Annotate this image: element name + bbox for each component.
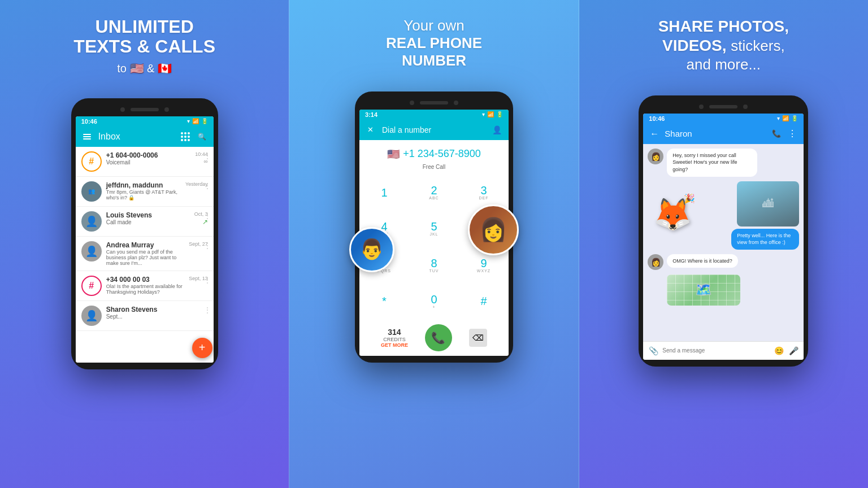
phone-camera-2 [164, 107, 169, 112]
inbox-item-voicemail[interactable]: # +1 604-000-0006 Voicemail 10:44 ∞ ⋮ [76, 147, 214, 177]
avatar-voicemail: # [81, 151, 102, 172]
phone-frame-inbox: 10:46 ▾ 📶 🔋 Inbox [71, 98, 218, 369]
message-map: 👩 🗺️ [648, 274, 799, 306]
emoji-icon[interactable]: 😊 [773, 345, 784, 356]
call-icon[interactable]: 📞 [771, 128, 782, 140]
more-icon[interactable]: ⋮ [203, 151, 211, 160]
panel3-headline: SHARE PHOTOS, VIDEOS, stickers, and more… [658, 17, 789, 74]
grid-button[interactable] [180, 131, 191, 142]
dial-key-star[interactable]: * [359, 283, 409, 319]
dial-key-5[interactable]: 5JKL [409, 211, 459, 247]
wifi-icon-3: ▾ [777, 115, 780, 121]
phone-camera-6 [743, 104, 748, 109]
panel-unlimited-texts: UNLIMITED TEXTS & CALLS to 🇺🇸 & 🇨🇦 10:46… [0, 0, 289, 488]
message-outgoing-area: 🦊 🎉 🏙 Pretty well... Here is the view fr… [648, 181, 799, 250]
phone-speaker-2 [420, 101, 448, 104]
phone-frame-dialer: 3:14 ▾ 📶 🔋 ✕ Dial a number 👤 🇺🇸 +1 234-5… [355, 91, 513, 363]
call-button[interactable]: 📞 [425, 324, 452, 351]
free-call-label: Free Call [359, 164, 509, 175]
more-vert-icon[interactable]: ⋮ [787, 128, 798, 140]
panel-phone-number: Your own REAL PHONE NUMBER 3:14 ▾ 📶 🔋 ✕ … [289, 0, 579, 488]
floating-person-woman: 👩 [468, 204, 519, 255]
avatar-spain: # [81, 276, 102, 296]
inbox-list: # +1 604-000-0006 Voicemail 10:44 ∞ ⋮ [76, 147, 214, 363]
mic-icon[interactable]: 🎤 [788, 345, 799, 356]
avatar-group: 👥 [81, 181, 102, 202]
signal-icon-2: 📶 [487, 111, 494, 117]
more-icon-2[interactable]: ⋮ [203, 181, 211, 190]
phone-speaker-3 [709, 105, 737, 108]
dial-key-8[interactable]: 8TUV [409, 247, 459, 283]
chat-input-bar: 📎 😊 🎤 [643, 341, 804, 360]
inbox-item-louis[interactable]: 👤 Louis Stevens Call made Oct, 3 ↗ ⋮ [76, 207, 214, 237]
phone-speaker [131, 108, 159, 111]
avatar-sharon-s: 👤 [81, 306, 102, 326]
contact-name: Sharon [665, 129, 766, 138]
fab-compose[interactable]: + [192, 338, 212, 358]
panel-share-photos: SHARE PHOTOS, VIDEOS, stickers, and more… [579, 0, 868, 488]
message-input[interactable] [662, 347, 770, 354]
battery-icon-3: 🔋 [791, 115, 798, 121]
avatar-andrea: 👤 [81, 241, 102, 262]
inbox-screen: 10:46 ▾ 📶 🔋 Inbox [76, 116, 214, 363]
search-icon[interactable]: 🔍 [197, 131, 208, 142]
contact-icon[interactable]: 👤 [492, 124, 503, 136]
attachment-icon[interactable]: 📎 [648, 345, 659, 356]
signal-icon-3: 📶 [782, 115, 789, 121]
menu-icon[interactable] [81, 131, 93, 142]
more-icon-6[interactable]: ⋮ [203, 306, 211, 315]
more-icon-3[interactable]: ⋮ [203, 211, 211, 220]
phone-frame-chat: 10:46 ▾ 📶 🔋 ← Sharon 📞 ⋮ 👩 Hey, sorry I … [639, 95, 808, 367]
dial-key-0[interactable]: 0+ [409, 283, 459, 319]
more-icon-5[interactable]: ⋮ [203, 276, 211, 285]
dialed-number: 🇺🇸 +1 234-567-8900 [365, 148, 503, 160]
floating-person-man: 👨 [349, 227, 394, 272]
inbox-app-bar: Inbox 🔍 [76, 127, 214, 147]
dial-footer: 314 CREDITS GET MORE 📞 ⌫ [359, 320, 509, 356]
phone-camera-4 [454, 101, 458, 105]
msg-avatar-sharon: 👩 [648, 149, 663, 164]
inbox-item-spain[interactable]: # +34 000 00 03 Ola! Is the apartment av… [76, 271, 214, 301]
chat-app-bar: ← Sharon 📞 ⋮ [643, 124, 804, 144]
battery-icon: 🔋 [201, 118, 208, 124]
signal-icon: 📶 [192, 118, 199, 124]
chat-screen: 10:46 ▾ 📶 🔋 ← Sharon 📞 ⋮ 👩 Hey, sorry I … [643, 114, 804, 360]
status-bar: 10:46 ▾ 📶 🔋 [76, 116, 214, 127]
inbox-content-voicemail: +1 604-000-0006 Voicemail [106, 151, 190, 165]
inbox-item-group[interactable]: 👥 jeffdnn, maddunn Tmr 8pm, Giants @ AT&… [76, 177, 214, 207]
number-display: 🇺🇸 +1 234-567-8900 [359, 140, 509, 164]
status-bar-3: 10:46 ▾ 📶 🔋 [643, 114, 804, 124]
msg-bubble-1: Hey, sorry I missed your call Sweetie! H… [667, 149, 757, 177]
panel1-headline: UNLIMITED TEXTS & CALLS to 🇺🇸 & 🇨🇦 [73, 17, 215, 77]
map-preview[interactable]: 🗺️ [667, 274, 740, 306]
inbox-title: Inbox [98, 132, 174, 142]
panel2-headline: Your own REAL PHONE NUMBER [386, 17, 482, 70]
status-bar-2: 3:14 ▾ 📶 🔋 [359, 110, 509, 120]
wifi-icon-2: ▾ [482, 111, 485, 117]
dial-key-hash[interactable]: # [459, 283, 509, 319]
inbox-item-andrea[interactable]: 👤 Andrea Murray Can you send me a pdf of… [76, 237, 214, 271]
phone-camera-5 [699, 104, 704, 109]
wifi-icon: ▾ [187, 118, 190, 124]
msg-avatar-sharon-2: 👩 [648, 254, 663, 270]
chat-messages: 👩 Hey, sorry I missed your call Sweetie!… [643, 144, 804, 341]
dial-header: ✕ Dial a number 👤 [359, 120, 509, 140]
backspace-button[interactable]: ⌫ [469, 329, 487, 347]
phone-camera [120, 107, 125, 112]
message-incoming-2: 👩 OMG! Where is it located? [648, 254, 799, 270]
msg-bubble-caption: Pretty well... Here is the view from the… [731, 229, 799, 250]
avatar-louis: 👤 [81, 211, 102, 232]
shared-photo: 🏙 [737, 181, 799, 226]
sticker: 🦊 🎉 [653, 196, 692, 233]
more-icon-4[interactable]: ⋮ [203, 241, 211, 250]
dial-placeholder: Dial a number [382, 125, 486, 134]
inbox-item-sharon-s[interactable]: 👤 Sharon Stevens Sept... ⋮ [76, 301, 214, 331]
battery-icon-2: 🔋 [496, 111, 503, 117]
dial-key-1[interactable]: 1 [359, 175, 409, 211]
credits-display: 314 CREDITS GET MORE [381, 328, 408, 348]
msg-bubble-2: OMG! Where is it located? [667, 254, 738, 268]
close-dial-icon[interactable]: ✕ [365, 124, 376, 136]
dial-key-2[interactable]: 2ABC [409, 175, 459, 211]
message-incoming-1: 👩 Hey, sorry I missed your call Sweetie!… [648, 149, 799, 177]
back-icon[interactable]: ← [649, 128, 660, 140]
